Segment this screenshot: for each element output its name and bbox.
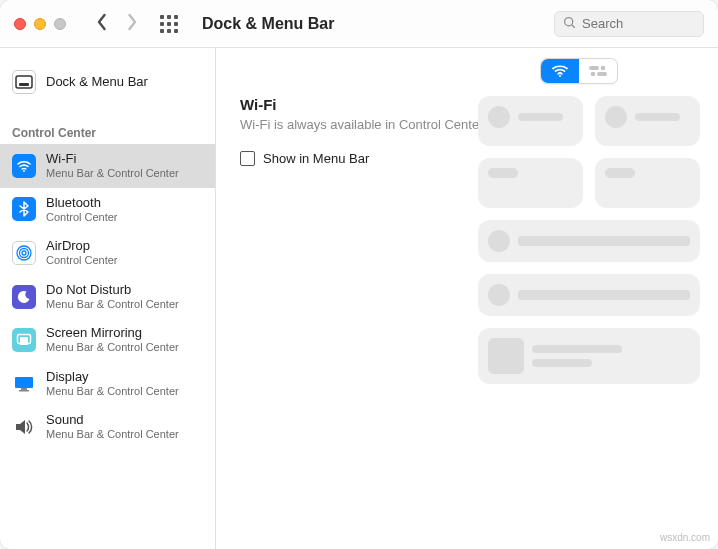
nav-arrows <box>94 12 140 36</box>
bluetooth-icon <box>12 197 36 221</box>
pane-description: Wi-Fi is always available in Control Cen… <box>240 117 490 133</box>
window-controls <box>14 18 66 30</box>
svg-rect-14 <box>589 66 599 70</box>
sidebar-item-sublabel: Control Center <box>46 211 118 224</box>
preview-card <box>595 96 700 146</box>
sidebar-item-display[interactable]: Display Menu Bar & Control Center <box>0 362 215 406</box>
preview-card <box>478 96 583 146</box>
sidebar-item-label: Sound <box>46 413 179 428</box>
sidebar-item-screen-mirroring[interactable]: Screen Mirroring Menu Bar & Control Cent… <box>0 318 215 362</box>
watermark: wsxdn.com <box>660 532 710 543</box>
sidebar-item-label: Dock & Menu Bar <box>46 75 148 90</box>
sidebar-item-sound[interactable]: Sound Menu Bar & Control Center <box>0 405 215 449</box>
sidebar-item-label: AirDrop <box>46 239 118 254</box>
zoom-button[interactable] <box>54 18 66 30</box>
control-center-preview <box>478 96 700 384</box>
svg-point-6 <box>20 248 29 257</box>
sidebar-item-sublabel: Menu Bar & Control Center <box>46 167 179 180</box>
forward-button[interactable] <box>124 12 140 36</box>
display-icon <box>12 372 36 396</box>
svg-rect-9 <box>20 337 28 345</box>
sidebar-item-label: Wi-Fi <box>46 152 179 167</box>
sidebar-item-label: Bluetooth <box>46 196 118 211</box>
svg-point-7 <box>22 251 26 255</box>
sidebar-item-sublabel: Menu Bar & Control Center <box>46 385 179 398</box>
screen-mirroring-icon <box>12 328 36 352</box>
control-center-segment[interactable] <box>579 59 617 83</box>
wifi-icon <box>12 154 36 178</box>
pane-heading: Wi-Fi <box>240 96 490 113</box>
sidebar-item-dnd[interactable]: Do Not Disturb Menu Bar & Control Center <box>0 275 215 319</box>
show-in-menubar-checkbox[interactable] <box>240 151 255 166</box>
search-input[interactable] <box>582 16 695 31</box>
content-pane: Wi-Fi Wi-Fi is always available in Contr… <box>216 48 718 549</box>
sidebar[interactable]: Dock & Menu Bar Control Center Wi-Fi Men… <box>0 48 216 549</box>
svg-rect-11 <box>21 388 27 390</box>
body: Dock & Menu Bar Control Center Wi-Fi Men… <box>0 48 718 549</box>
dock-menu-bar-icon <box>12 70 36 94</box>
sidebar-item-sublabel: Menu Bar & Control Center <box>46 428 179 441</box>
settings-pane: Wi-Fi Wi-Fi is always available in Contr… <box>240 96 490 166</box>
moon-icon <box>12 285 36 309</box>
svg-rect-2 <box>16 76 32 88</box>
svg-point-4 <box>23 170 25 172</box>
menubar-preview-toggle <box>540 58 618 84</box>
show-all-icon[interactable] <box>160 15 178 33</box>
back-button[interactable] <box>94 12 110 36</box>
svg-point-13 <box>559 75 561 77</box>
airdrop-icon <box>12 241 36 265</box>
preferences-window: Dock & Menu Bar Dock & Menu Bar Control … <box>0 0 718 549</box>
sidebar-item-sublabel: Control Center <box>46 254 118 267</box>
search-icon <box>563 15 576 33</box>
svg-line-1 <box>572 24 575 27</box>
minimize-button[interactable] <box>34 18 46 30</box>
svg-rect-10 <box>15 377 33 388</box>
sidebar-item-dock-menu-bar[interactable]: Dock & Menu Bar <box>0 62 215 102</box>
preview-card <box>595 158 700 208</box>
close-button[interactable] <box>14 18 26 30</box>
sidebar-item-airdrop[interactable]: AirDrop Control Center <box>0 231 215 275</box>
svg-rect-16 <box>597 72 607 76</box>
svg-point-17 <box>591 72 596 77</box>
preview-card <box>478 158 583 208</box>
sidebar-item-sublabel: Menu Bar & Control Center <box>46 341 179 354</box>
svg-point-15 <box>601 66 606 71</box>
show-in-menubar-row[interactable]: Show in Menu Bar <box>240 151 490 166</box>
svg-rect-3 <box>19 83 29 86</box>
sidebar-item-label: Display <box>46 370 179 385</box>
sidebar-item-bluetooth[interactable]: Bluetooth Control Center <box>0 188 215 232</box>
sidebar-section-header: Control Center <box>0 114 215 144</box>
sidebar-item-label: Do Not Disturb <box>46 283 179 298</box>
sidebar-item-wifi[interactable]: Wi-Fi Menu Bar & Control Center <box>0 144 215 188</box>
svg-rect-12 <box>19 390 29 392</box>
window-title: Dock & Menu Bar <box>202 15 334 33</box>
sidebar-item-sublabel: Menu Bar & Control Center <box>46 298 179 311</box>
svg-point-0 <box>565 17 573 25</box>
checkbox-label: Show in Menu Bar <box>263 151 369 166</box>
preview-card <box>478 220 700 262</box>
preview-card <box>478 274 700 316</box>
menubar-wifi-segment[interactable] <box>541 59 579 83</box>
sound-icon <box>12 415 36 439</box>
sidebar-item-label: Screen Mirroring <box>46 326 179 341</box>
search-field[interactable] <box>554 11 704 37</box>
preview-card <box>478 328 700 384</box>
toolbar: Dock & Menu Bar <box>0 0 718 48</box>
